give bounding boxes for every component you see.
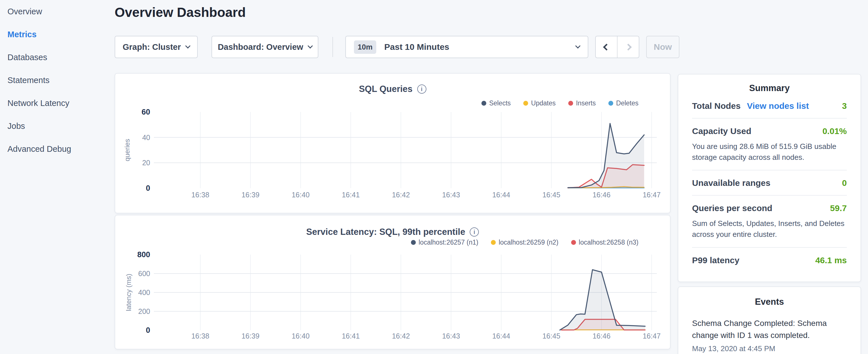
- p99-latency-label: P99 latency: [692, 255, 739, 265]
- svg-text:16:46: 16:46: [593, 191, 611, 199]
- chevron-left-icon: [603, 43, 610, 51]
- svg-text:40: 40: [142, 133, 150, 141]
- svg-text:60: 60: [142, 108, 150, 116]
- legend-item: localhost:26258 (n3): [571, 238, 639, 246]
- legend-label: Inserts: [576, 99, 596, 107]
- svg-text:16:47: 16:47: [643, 191, 661, 199]
- svg-text:16:46: 16:46: [593, 332, 611, 340]
- legend-item: Inserts: [568, 99, 596, 107]
- chevron-right-icon: [625, 43, 631, 51]
- svg-text:800: 800: [137, 250, 150, 259]
- legend-item: Updates: [523, 99, 556, 107]
- legend-dot-icon: [571, 240, 576, 245]
- time-window-badge: 10m: [354, 40, 376, 54]
- toolbar-divider: [333, 37, 333, 57]
- service-latency-chart-card: Service Latency: SQL, 99th percentile i …: [115, 215, 671, 349]
- time-prev-button[interactable]: [596, 36, 618, 58]
- sql-queries-chart-card: SQL Queries i SelectsUpdatesInsertsDelet…: [115, 73, 671, 213]
- legend-dot-icon: [491, 240, 496, 245]
- chart-legend: localhost:26257 (n1)localhost:26259 (n2)…: [411, 238, 639, 246]
- qps-description: Sum of Selects, Updates, Inserts, and De…: [692, 218, 847, 240]
- sidebar-item-network-latency[interactable]: Network Latency: [0, 92, 115, 115]
- summary-row-qps: Queries per second 59.7 Sum of Selects, …: [692, 196, 847, 248]
- svg-text:16:42: 16:42: [392, 191, 410, 199]
- svg-text:16:40: 16:40: [292, 191, 310, 199]
- time-window-label: Past 10 Minutes: [384, 42, 576, 52]
- svg-text:16:42: 16:42: [392, 332, 410, 340]
- svg-text:latency (ms): latency (ms): [125, 274, 132, 311]
- capacity-used-value: 0.01%: [823, 126, 847, 136]
- svg-text:16:40: 16:40: [292, 332, 310, 340]
- page-title: Overview Dashboard: [115, 5, 246, 20]
- qps-label: Queries per second: [692, 203, 772, 213]
- info-icon[interactable]: i: [417, 85, 426, 94]
- time-next-button[interactable]: [618, 36, 639, 58]
- chevron-down-icon: [575, 43, 580, 49]
- svg-text:16:38: 16:38: [191, 191, 210, 199]
- capacity-used-description: You are using 28.6 MiB of 515.9 GiB usab…: [692, 141, 847, 163]
- svg-text:queries: queries: [123, 139, 131, 162]
- chevron-down-icon: [308, 43, 313, 49]
- legend-dot-icon: [411, 240, 416, 245]
- summary-row-total-nodes: Total Nodes View nodes list 3: [692, 93, 847, 119]
- p99-latency-value: 46.1 ms: [815, 255, 847, 265]
- svg-text:600: 600: [138, 269, 150, 278]
- chart-title: Service Latency: SQL, 99th percentile: [306, 227, 465, 237]
- graph-dropdown[interactable]: Graph: Cluster: [115, 36, 198, 58]
- events-panel: Events Schema Change Completed: Schema c…: [678, 286, 861, 354]
- summary-panel: Summary Total Nodes View nodes list 3 Ca…: [678, 74, 861, 282]
- svg-text:20: 20: [142, 159, 150, 167]
- sidebar-item-jobs[interactable]: Jobs: [0, 115, 115, 137]
- legend-item: Selects: [482, 99, 510, 107]
- sidebar-nav-list: OverviewMetricsDatabasesStatementsNetwor…: [0, 0, 115, 160]
- graph-dropdown-label: Graph: Cluster: [123, 42, 181, 52]
- series-area: [560, 270, 645, 330]
- dashboard-dropdown[interactable]: Dashboard: Overview: [212, 36, 318, 58]
- legend-dot-icon: [523, 101, 528, 106]
- sidebar-item-overview[interactable]: Overview: [0, 0, 115, 23]
- events-title: Events: [692, 297, 847, 307]
- svg-text:16:44: 16:44: [492, 191, 510, 199]
- dashboard-dropdown-label: Dashboard: Overview: [218, 42, 303, 52]
- time-range-picker[interactable]: 10m Past 10 Minutes: [345, 36, 588, 58]
- sidebar-item-advanced-debug[interactable]: Advanced Debug: [0, 137, 115, 160]
- legend-label: Updates: [531, 99, 556, 107]
- svg-text:16:47: 16:47: [643, 332, 661, 340]
- summary-title: Summary: [692, 83, 847, 93]
- event-message: Schema Change Completed: Schema change w…: [692, 317, 847, 342]
- legend-label: Selects: [489, 99, 510, 107]
- qps-value: 59.7: [830, 203, 847, 213]
- legend-dot-icon: [482, 101, 486, 106]
- legend-label: localhost:26259 (n2): [499, 238, 558, 246]
- svg-text:16:39: 16:39: [242, 332, 260, 340]
- svg-text:16:38: 16:38: [191, 332, 210, 340]
- svg-text:16:43: 16:43: [442, 332, 460, 340]
- chart-legend: SelectsUpdatesInsertsDeletes: [482, 99, 639, 107]
- svg-text:0: 0: [146, 184, 150, 192]
- time-pager: [595, 36, 639, 58]
- legend-label: localhost:26258 (n3): [579, 238, 639, 246]
- total-nodes-value: 3: [842, 101, 847, 111]
- sql-queries-chart: 16:3816:3916:4016:4116:4216:4316:4416:45…: [115, 74, 671, 214]
- capacity-used-label: Capacity Used: [692, 126, 751, 136]
- chevron-down-icon: [185, 43, 190, 49]
- view-nodes-list-link[interactable]: View nodes list: [747, 101, 809, 111]
- svg-text:16:43: 16:43: [442, 191, 460, 199]
- legend-item: Deletes: [608, 99, 639, 107]
- legend-item: localhost:26259 (n2): [491, 238, 558, 246]
- legend-item: localhost:26257 (n1): [411, 238, 478, 246]
- sidebar-item-metrics[interactable]: Metrics: [0, 23, 115, 46]
- now-button[interactable]: Now: [646, 36, 679, 58]
- sidebar: OverviewMetricsDatabasesStatementsNetwor…: [0, 0, 115, 354]
- toolbar: Graph: Cluster Dashboard: Overview 10m P…: [115, 36, 679, 58]
- chart-title: SQL Queries: [359, 84, 412, 94]
- info-icon[interactable]: i: [470, 227, 479, 236]
- svg-text:0: 0: [146, 326, 150, 334]
- sidebar-item-statements[interactable]: Statements: [0, 69, 115, 92]
- svg-text:200: 200: [138, 307, 150, 315]
- svg-text:16:45: 16:45: [542, 332, 560, 340]
- summary-row-capacity: Capacity Used 0.01% You are using 28.6 M…: [692, 119, 847, 170]
- summary-row-unavailable-ranges: Unavailable ranges 0: [692, 170, 847, 196]
- sidebar-item-databases[interactable]: Databases: [0, 46, 115, 69]
- event-timestamp: May 13, 2020 at 4:45 PM: [692, 344, 847, 353]
